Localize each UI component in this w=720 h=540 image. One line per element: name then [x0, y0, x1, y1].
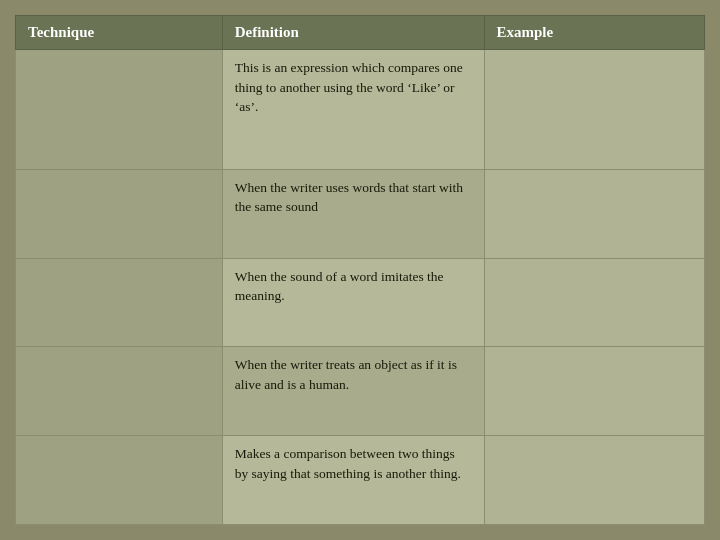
- technique-cell-4: [16, 347, 223, 436]
- table-row: When the writer treats an object as if i…: [16, 347, 705, 436]
- example-cell-1: [484, 50, 705, 170]
- technique-cell-5: [16, 436, 223, 525]
- table-body: This is an expression which compares one…: [16, 50, 705, 525]
- technique-cell-3: [16, 258, 223, 347]
- table-row: This is an expression which compares one…: [16, 50, 705, 170]
- main-table: Technique Definition Example This is an …: [15, 15, 705, 525]
- header-technique: Technique: [16, 16, 223, 50]
- example-cell-5: [484, 436, 705, 525]
- definition-cell-5: Makes a comparison between two things by…: [222, 436, 484, 525]
- table-row: Makes a comparison between two things by…: [16, 436, 705, 525]
- table-row: When the writer uses words that start wi…: [16, 169, 705, 258]
- definition-cell-3: When the sound of a word imitates the me…: [222, 258, 484, 347]
- header-example: Example: [484, 16, 705, 50]
- example-cell-4: [484, 347, 705, 436]
- definition-cell-2: When the writer uses words that start wi…: [222, 169, 484, 258]
- technique-cell-1: [16, 50, 223, 170]
- table-row: When the sound of a word imitates the me…: [16, 258, 705, 347]
- header-definition: Definition: [222, 16, 484, 50]
- definition-cell-1: This is an expression which compares one…: [222, 50, 484, 170]
- header-row: Technique Definition Example: [16, 16, 705, 50]
- example-cell-3: [484, 258, 705, 347]
- table-container: Technique Definition Example This is an …: [15, 15, 705, 525]
- technique-cell-2: [16, 169, 223, 258]
- example-cell-2: [484, 169, 705, 258]
- definition-cell-4: When the writer treats an object as if i…: [222, 347, 484, 436]
